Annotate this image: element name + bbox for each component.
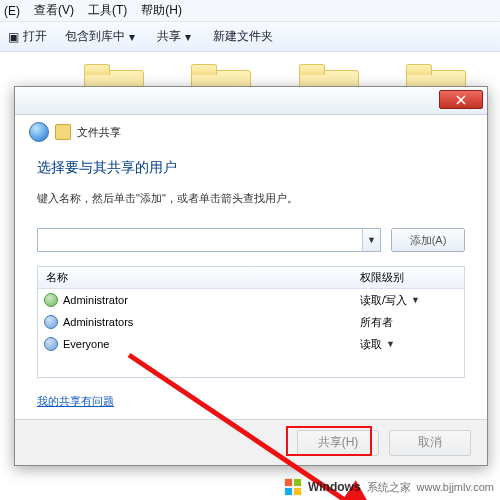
include-library-button[interactable]: 包含到库中▾ — [65, 28, 139, 45]
svg-rect-4 — [294, 488, 301, 495]
share-confirm-button[interactable]: 共享(H) — [297, 430, 379, 456]
dialog-footer: 共享(H) 取消 — [15, 419, 487, 465]
menu-item[interactable]: (E) — [4, 4, 20, 18]
svg-rect-3 — [285, 488, 292, 495]
add-button[interactable]: 添加(A) — [391, 228, 465, 252]
breadcrumb-label: 文件共享 — [77, 125, 121, 140]
permission-cell[interactable]: 读取/写入▼ — [354, 293, 464, 308]
open-icon: ▣ — [8, 30, 19, 44]
user-name: Administrator — [63, 294, 354, 306]
back-button[interactable] — [29, 122, 49, 142]
watermark: Windows 系统之家 www.bjjmlv.com — [284, 478, 494, 496]
page-title: 选择要与其共享的用户 — [37, 159, 465, 177]
menu-item[interactable]: 工具(T) — [88, 2, 127, 19]
group-icon — [44, 337, 58, 351]
list-item[interactable]: Everyone 读取▼ — [38, 333, 464, 355]
explorer-toolbar: ▣打开 包含到库中▾ 共享▾ 新建文件夹 — [0, 22, 500, 52]
file-sharing-dialog: 文件共享 选择要与其共享的用户 键入名称，然后单击"添加"，或者单击箭头查找用户… — [14, 86, 488, 466]
dropdown-button[interactable]: ▼ — [362, 229, 380, 251]
menubar: (E) 查看(V) 工具(T) 帮助(H) — [0, 0, 500, 22]
watermark-sub: 系统之家 — [367, 480, 411, 495]
chevron-down-icon: ▼ — [367, 235, 376, 245]
list-item[interactable]: Administrator 读取/写入▼ — [38, 289, 464, 311]
close-button[interactable] — [439, 90, 483, 109]
chevron-down-icon: ▾ — [129, 30, 135, 44]
chevron-down-icon: ▼ — [386, 339, 395, 349]
permission-cell[interactable]: 读取▼ — [354, 337, 464, 352]
open-button[interactable]: ▣打开 — [8, 28, 47, 45]
breadcrumb: 文件共享 — [55, 121, 121, 143]
user-name: Everyone — [63, 338, 354, 350]
user-list: 名称 权限级别 Administrator 读取/写入▼ Administrat… — [37, 266, 465, 378]
menu-item[interactable]: 查看(V) — [34, 2, 74, 19]
column-permission[interactable]: 权限级别 — [354, 270, 464, 285]
instruction-text: 键入名称，然后单击"添加"，或者单击箭头查找用户。 — [37, 191, 465, 206]
cancel-button[interactable]: 取消 — [389, 430, 471, 456]
help-link[interactable]: 我的共享有问题 — [37, 394, 114, 409]
share-button[interactable]: 共享▾ — [157, 28, 195, 45]
user-combobox[interactable]: ▼ — [37, 228, 381, 252]
user-name: Administrators — [63, 316, 354, 328]
list-item[interactable]: Administrators 所有者 — [38, 311, 464, 333]
windows-logo-icon — [284, 478, 302, 496]
permission-cell: 所有者 — [354, 315, 464, 330]
svg-rect-1 — [285, 479, 292, 486]
watermark-brand: Windows — [308, 480, 361, 494]
folder-icon — [55, 124, 71, 140]
titlebar — [15, 87, 487, 115]
list-header: 名称 权限级别 — [38, 267, 464, 289]
chevron-down-icon: ▾ — [185, 30, 191, 44]
close-icon — [456, 95, 466, 105]
svg-rect-2 — [294, 479, 301, 486]
new-folder-button[interactable]: 新建文件夹 — [213, 28, 273, 45]
group-icon — [44, 315, 58, 329]
chevron-down-icon: ▼ — [411, 295, 420, 305]
column-name[interactable]: 名称 — [38, 270, 354, 285]
menu-item[interactable]: 帮助(H) — [141, 2, 182, 19]
watermark-url: www.bjjmlv.com — [417, 481, 494, 493]
user-input[interactable] — [38, 233, 362, 247]
user-icon — [44, 293, 58, 307]
